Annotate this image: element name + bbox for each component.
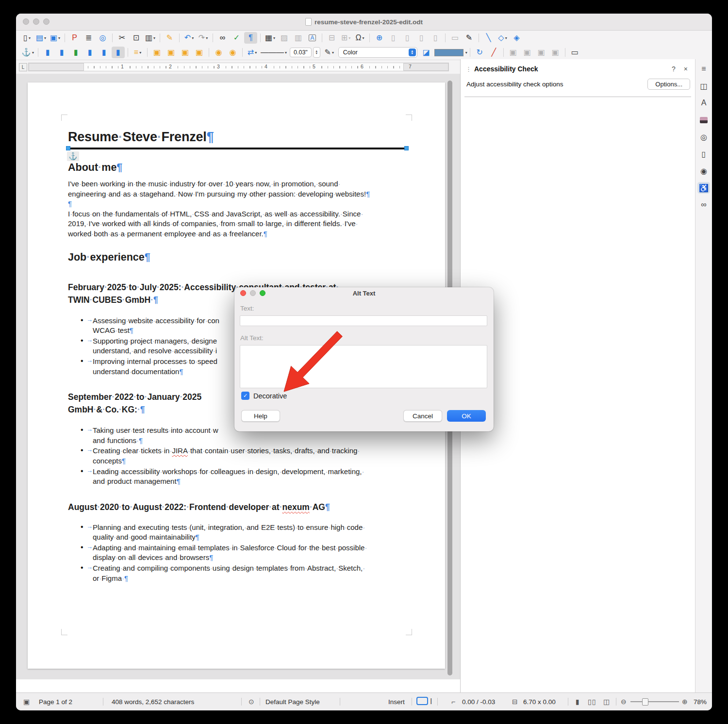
tab-find[interactable]: ∞: [697, 199, 710, 211]
line-color-button[interactable]: ✎▾: [323, 47, 336, 58]
cross-reference[interactable]: ▯: [429, 32, 442, 44]
find-replace[interactable]: ∞: [216, 32, 229, 44]
redo[interactable]: ↷▾: [197, 32, 210, 44]
to-foreground[interactable]: ▣: [507, 47, 520, 58]
forward-one[interactable]: ▣: [521, 47, 534, 58]
page-count[interactable]: Page 1 of 2: [39, 698, 72, 706]
help-button[interactable]: Help: [241, 410, 280, 422]
panel-drag-handle-icon[interactable]: ⋮: [465, 66, 471, 73]
book-view-icon[interactable]: ◫: [603, 698, 610, 706]
object-align[interactable]: ≡▾: [131, 47, 144, 58]
wrap-through[interactable]: ▮: [98, 47, 111, 58]
ok-button[interactable]: OK: [447, 410, 486, 422]
save[interactable]: ▣▾: [49, 32, 62, 44]
insert-field[interactable]: ⊞▾: [339, 32, 352, 44]
edit-points[interactable]: ╱: [487, 47, 500, 58]
save-status-icon[interactable]: ▣: [23, 698, 30, 706]
insert-table[interactable]: ▦▾: [264, 32, 277, 44]
selection-handle-right[interactable]: [404, 146, 409, 150]
tab-accessibility-check[interactable]: ♿: [697, 182, 710, 194]
open[interactable]: ▤▾: [34, 32, 48, 44]
decorative-checkbox[interactable]: ✓: [241, 392, 249, 400]
zoom-percent[interactable]: 78%: [694, 698, 707, 706]
frame-border-style[interactable]: ▭: [568, 47, 581, 58]
page-style[interactable]: Default Page Style: [265, 698, 320, 706]
export-pdf[interactable]: P: [68, 32, 81, 44]
text-input[interactable]: [240, 315, 487, 326]
alt-text-textarea[interactable]: [240, 345, 487, 388]
rotate-object[interactable]: ↻: [473, 47, 486, 58]
page-break[interactable]: ⊟: [325, 32, 338, 44]
copy[interactable]: ⊡: [130, 32, 143, 44]
insert-endnote[interactable]: ▯: [401, 32, 414, 44]
line-style[interactable]: ———▾: [260, 47, 288, 58]
cut[interactable]: ✂: [116, 32, 129, 44]
bring-to-front[interactable]: ▣: [150, 47, 164, 58]
multi-page-view-icon[interactable]: ▯▯: [588, 698, 596, 706]
send-to-back[interactable]: ▣: [193, 47, 206, 58]
clone-formatting[interactable]: ✎: [163, 32, 176, 44]
panel-close-icon[interactable]: ×: [681, 65, 690, 73]
zoom-window-button[interactable]: [43, 18, 50, 25]
tab-gallery[interactable]: [697, 114, 710, 126]
tab-stop-selector[interactable]: L: [19, 63, 27, 71]
wrap-parallel[interactable]: ▮: [83, 47, 97, 58]
tab-styles[interactable]: A: [697, 97, 710, 109]
anchor-icon[interactable]: ⚓: [67, 151, 79, 161]
zoom-in-icon[interactable]: ⊕: [682, 698, 688, 706]
insert-bookmark[interactable]: ▯: [415, 32, 428, 44]
dialog-close-button[interactable]: [240, 290, 246, 296]
wrap-off[interactable]: ▮: [41, 47, 54, 58]
back-one[interactable]: ▣: [535, 47, 548, 58]
insert-comment[interactable]: ▭: [448, 32, 462, 44]
panel-help-icon[interactable]: ?: [669, 65, 678, 73]
area-fill-style-select[interactable]: Color▲▼: [338, 47, 417, 58]
word-count[interactable]: 408 words, 2,652 characters: [112, 698, 194, 706]
horizontal-ruler[interactable]: 1 2 3 4 5 6 7: [28, 63, 449, 71]
anchor[interactable]: ⚓▾: [20, 47, 35, 58]
minimize-window-button[interactable]: [33, 18, 39, 25]
tab-properties[interactable]: ◫: [697, 80, 710, 92]
print[interactable]: ≣: [82, 32, 95, 44]
special-character[interactable]: Ω▾: [353, 32, 366, 44]
print-preview[interactable]: ◎: [96, 32, 109, 44]
contour-edit[interactable]: ◉: [226, 47, 239, 58]
text-cursor-icon[interactable]: I: [430, 697, 432, 706]
selected-horizontal-rule[interactable]: ⚓: [68, 148, 407, 149]
tab-navigator[interactable]: ◎: [697, 131, 710, 143]
basic-shapes[interactable]: ◇▾: [496, 32, 509, 44]
send-backward[interactable]: ▣: [179, 47, 192, 58]
insert-line[interactable]: ╲: [482, 32, 495, 44]
more-shapes[interactable]: ◈: [510, 32, 523, 44]
insert-mode[interactable]: Insert: [388, 698, 405, 706]
close-window-button[interactable]: [23, 18, 29, 25]
bring-forward[interactable]: ▣: [165, 47, 178, 58]
insert-textbox[interactable]: A: [306, 32, 319, 44]
single-page-view-icon[interactable]: ▮: [576, 698, 579, 706]
to-background[interactable]: ▣: [549, 47, 562, 58]
text-language-icon[interactable]: ⊙: [248, 698, 254, 706]
wrap-optimal[interactable]: ▮: [112, 47, 125, 58]
arrow-style[interactable]: ⇄▾: [246, 47, 259, 58]
zoom-slider-thumb[interactable]: [642, 698, 648, 706]
paste[interactable]: ▥▾: [144, 32, 157, 44]
new-document[interactable]: ▯▾: [20, 32, 33, 44]
insert-image[interactable]: ▨: [278, 32, 291, 44]
line-width-input[interactable]: 0.03": [290, 48, 312, 57]
sidebar-menu[interactable]: ≡: [697, 63, 710, 75]
tab-style-inspector[interactable]: ◉: [697, 165, 710, 177]
line-width-stepper[interactable]: ▲▼: [313, 47, 320, 58]
options-button[interactable]: Options...: [647, 79, 690, 90]
decorative-checkbox-label[interactable]: Decorative: [253, 392, 287, 400]
insert-chart[interactable]: ▥: [292, 32, 305, 44]
selection-handle-left[interactable]: [66, 146, 70, 150]
zoom-slider[interactable]: [630, 701, 679, 702]
wrap-before[interactable]: ▮: [55, 47, 68, 58]
selection-mode-icon[interactable]: [416, 697, 428, 707]
fill-color-button[interactable]: ◪: [420, 47, 433, 58]
undo[interactable]: ↶▾: [182, 32, 196, 44]
wrap-contour[interactable]: ◉: [212, 47, 225, 58]
cancel-button[interactable]: Cancel: [403, 410, 442, 422]
dialog-zoom-button[interactable]: [260, 290, 265, 296]
tab-page[interactable]: ▯: [697, 148, 710, 160]
